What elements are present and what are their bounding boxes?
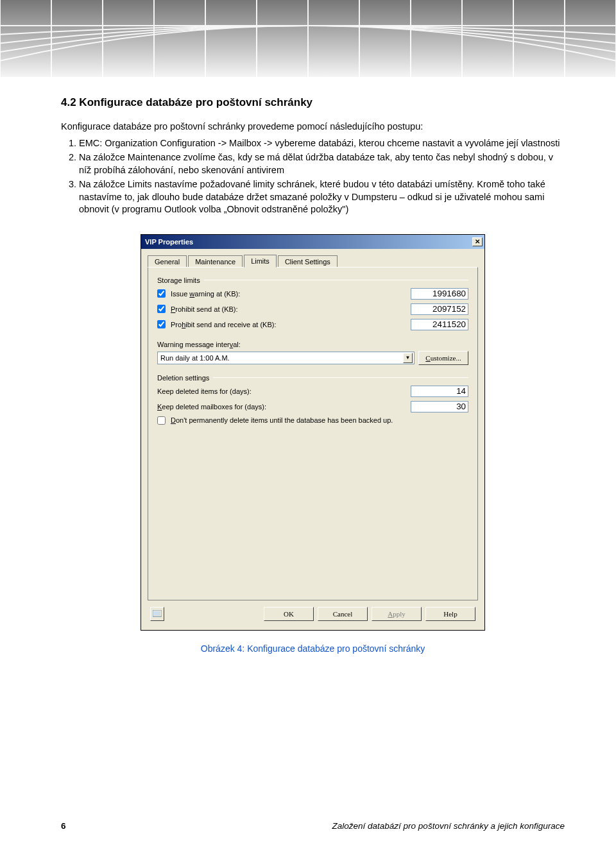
row-keep-mailboxes: Keep deleted mailboxes for (days): [157, 401, 468, 412]
tab-maintenance[interactable]: Maintenance [188, 255, 243, 268]
prohibit-send-label: Prohibit send at (KB): [157, 305, 411, 313]
footer-chapter: Založení databází pro poštovní schránky … [332, 821, 565, 831]
group-storage-limits: Storage limits [157, 276, 468, 284]
list-item: EMC: Organization Configuration -> Mailb… [79, 137, 565, 150]
prohibit-send-receive-label: Prohibit send and receive at (KB): [157, 320, 411, 328]
group-label-text: Storage limits [157, 276, 200, 284]
warning-interval-block: Warning message interval: Run daily at 1… [157, 341, 468, 365]
intro-paragraph: Konfigurace databáze pro poštovní schrán… [61, 121, 565, 133]
prohibit-send-receive-checkbox[interactable] [157, 320, 166, 328]
cancel-button[interactable]: Cancel [318, 607, 368, 621]
tab-limits[interactable]: Limits [244, 255, 277, 268]
row-prohibit-send: Prohibit send at (KB): [157, 303, 468, 315]
chevron-down-icon[interactable]: ▼ [403, 353, 413, 363]
issue-warning-input[interactable] [411, 288, 468, 300]
keep-items-input[interactable] [411, 386, 468, 397]
close-button[interactable]: ✕ [472, 237, 483, 246]
dialog-button-row: OK Cancel Apply Help [141, 607, 484, 630]
dont-delete-label: Don't permanently delete items until the… [157, 416, 468, 425]
list-item: Na záložce Maintenance zvolíme čas, kdy … [79, 151, 565, 176]
dialog-titlebar: VIP Properties ✕ [141, 235, 484, 249]
dialog-title: VIP Properties [145, 238, 193, 246]
apply-button[interactable]: Apply [372, 607, 422, 621]
page-content: 4.2 Konfigurace databáze pro poštovní sc… [61, 96, 565, 654]
ok-button[interactable]: OK [264, 607, 314, 621]
dont-delete-checkbox[interactable] [157, 416, 166, 425]
group-deletion-settings: Deletion settings [157, 374, 468, 382]
tab-panel-limits: Storage limits Issue warning at (KB): Pr… [148, 267, 478, 600]
prohibit-send-input[interactable] [411, 303, 468, 315]
page-footer: 6 Založení databází pro poštovní schránk… [61, 821, 565, 831]
keep-items-label: Keep deleted items for (days): [157, 387, 411, 395]
vip-properties-dialog: VIP Properties ✕ General Maintenance Lim… [141, 234, 485, 631]
tab-client-settings[interactable]: Client Settings [278, 255, 338, 268]
svg-rect-2 [154, 611, 160, 615]
prohibit-send-checkbox[interactable] [157, 305, 166, 313]
group-label-text: Deletion settings [157, 374, 209, 382]
keep-mailboxes-label: Keep deleted mailboxes for (days): [157, 403, 411, 411]
help-button[interactable]: Help [425, 607, 475, 621]
page-number: 6 [61, 821, 66, 831]
steps-list: EMC: Organization Configuration -> Mailb… [61, 137, 565, 216]
dialog-screenshot: VIP Properties ✕ General Maintenance Lim… [61, 234, 565, 631]
figure-caption: Obrázek 4: Konfigurace databáze pro pošt… [61, 643, 565, 654]
list-item: Na záložce Limits nastavíme požadované l… [79, 178, 565, 216]
row-dont-delete: Don't permanently delete items until the… [157, 416, 468, 425]
section-heading: 4.2 Konfigurace databáze pro poštovní sc… [61, 96, 565, 109]
row-prohibit-send-receive: Prohibit send and receive at (KB): [157, 319, 468, 330]
warning-interval-combo[interactable]: Run daily at 1:00 A.M. ▼ [157, 352, 415, 364]
prohibit-send-receive-input[interactable] [411, 319, 468, 330]
keep-mailboxes-input[interactable] [411, 401, 468, 412]
customize-button[interactable]: Customize... [418, 351, 468, 365]
combo-value: Run daily at 1:00 A.M. [160, 354, 230, 362]
row-issue-warning: Issue warning at (KB): [157, 288, 468, 300]
tab-general[interactable]: General [148, 255, 187, 268]
tab-strip: General Maintenance Limits Client Settin… [141, 249, 484, 267]
issue-warning-checkbox[interactable] [157, 289, 166, 298]
row-keep-items: Keep deleted items for (days): [157, 386, 468, 397]
page-header-graphic [0, 0, 616, 77]
issue-warning-label: Issue warning at (KB): [157, 289, 411, 298]
console-icon[interactable] [150, 607, 164, 621]
